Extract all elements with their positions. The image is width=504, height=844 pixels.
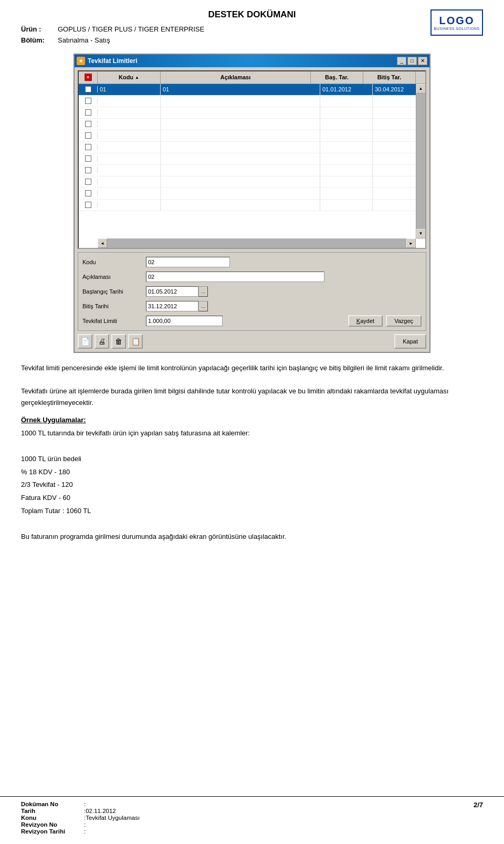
example-item-2: 2/3 Tevkifat - 120 bbox=[21, 478, 483, 492]
form-label-aciklama: Açıklaması bbox=[82, 274, 143, 280]
row-checkbox[interactable] bbox=[85, 121, 91, 127]
scroll-track-h[interactable] bbox=[107, 238, 406, 248]
row-checkbox[interactable] bbox=[85, 132, 91, 139]
row-checkbox[interactable] bbox=[85, 179, 91, 185]
bottom-btn-row: 📄 🖨 🗑 📋 Kapat bbox=[78, 334, 426, 349]
table-row[interactable]: 01 01 01.01.2012 30.04.2012 bbox=[79, 84, 425, 96]
row-checkbox[interactable] bbox=[85, 190, 91, 196]
scroll-down-arrow[interactable]: ▼ bbox=[416, 229, 426, 238]
table-row[interactable] bbox=[79, 188, 425, 200]
example-item-1: % 18 KDV - 180 bbox=[21, 466, 483, 479]
window-body: ✕ Kodu ▲ Açıklaması Baş. Tar. Bitiş Tar. bbox=[75, 67, 429, 352]
table-row[interactable] bbox=[79, 153, 425, 165]
row-checkbox[interactable] bbox=[85, 202, 91, 208]
toolbar-new-button[interactable]: 📄 bbox=[78, 334, 92, 349]
table-row[interactable] bbox=[79, 200, 425, 211]
maximize-button[interactable]: □ bbox=[407, 57, 417, 65]
table-row[interactable] bbox=[79, 165, 425, 176]
window-title-text: Tevkifat Limitleri bbox=[88, 57, 137, 65]
close-button[interactable]: ✕ bbox=[418, 57, 427, 65]
horizontal-scrollbar[interactable]: ◄ ► bbox=[98, 238, 416, 248]
table-row[interactable] bbox=[79, 130, 425, 142]
table-row[interactable] bbox=[79, 142, 425, 153]
footer-tarih-label: Tarih bbox=[21, 808, 84, 814]
header-urun-value: GOPLUS / TIGER PLUS / TIGER ENTERPRISE bbox=[58, 24, 204, 35]
page-title: DESTEK DOKÜMANI bbox=[21, 9, 483, 20]
vazgec-button[interactable]: Vazgeç bbox=[386, 315, 422, 327]
bitis-date-group: … bbox=[146, 301, 209, 311]
toolbar-copy-button[interactable]: 📋 bbox=[128, 334, 143, 349]
scroll-right-arrow[interactable]: ► bbox=[406, 238, 416, 248]
table-row[interactable] bbox=[79, 176, 425, 188]
footer-left: Doküman No : Tarih : 02.11.2012 Konu : T… bbox=[21, 801, 140, 835]
row-checkbox[interactable] bbox=[85, 98, 91, 104]
tevkifat-window: ★ Tevkifat Limitleri _ □ ✕ ✕ Ko bbox=[74, 54, 430, 353]
row-checkbox[interactable] bbox=[85, 86, 91, 92]
form-label-bitis: Bitiş Tarihi bbox=[82, 303, 143, 309]
grid-header-icon-cell: ✕ bbox=[79, 71, 98, 84]
row-checkbox[interactable] bbox=[85, 144, 91, 150]
kodu-input[interactable] bbox=[146, 257, 230, 267]
baslangic-date-input[interactable] bbox=[146, 286, 198, 297]
description-section: Tevkifat limiti penceresinde ekle işlemi… bbox=[21, 362, 483, 409]
footer-row-konu: Konu : Tevkifat Uygulaması bbox=[21, 815, 140, 821]
desc-para1: Tevkifat limiti penceresinde ekle işlemi… bbox=[21, 362, 483, 374]
form-row-kodu: Kodu bbox=[82, 256, 422, 268]
baslangic-date-group: … bbox=[146, 286, 209, 297]
example-title: Örnek Uygulamalar: bbox=[21, 416, 86, 424]
kapat-button[interactable]: Kapat bbox=[394, 334, 426, 349]
row-checkbox[interactable] bbox=[85, 167, 91, 173]
row-checkbox[interactable] bbox=[85, 155, 91, 162]
col-header-bas[interactable]: Baş. Tar. bbox=[311, 71, 363, 84]
toolbar-delete-button[interactable]: 🗑 bbox=[111, 334, 126, 349]
form-row-aciklama: Açıklaması bbox=[82, 270, 422, 283]
footer-revtarih-label: Revizyon Tarihi bbox=[21, 828, 84, 835]
col-header-kodu[interactable]: Kodu ▲ bbox=[98, 71, 161, 84]
aciklama-input[interactable] bbox=[146, 272, 324, 282]
form-label-kodu: Kodu bbox=[82, 259, 143, 265]
header-top: DESTEK DOKÜMANI LOGO BUSINESS SOLUTIONS bbox=[21, 9, 483, 20]
scroll-left-arrow[interactable]: ◄ bbox=[98, 238, 107, 248]
footer-revno-label: Revizyon No bbox=[21, 821, 84, 828]
header-bolum-row: Bölüm: Satınalma - Satış bbox=[21, 35, 483, 46]
footer-page-number: 2/7 bbox=[474, 801, 483, 809]
scroll-track[interactable] bbox=[416, 93, 426, 229]
example-section: Örnek Uygulamalar: 1000 TL tutarında bir… bbox=[21, 414, 483, 544]
cell-kodu: 01 bbox=[98, 84, 161, 95]
example-item-3: Fatura KDV - 60 bbox=[21, 492, 483, 505]
form-row-bitis: Bitiş Tarihi … bbox=[82, 300, 422, 312]
form-label-baslangic: Başlangıç Tarihi bbox=[82, 288, 143, 295]
table-row[interactable] bbox=[79, 96, 425, 107]
footer-revno-sep: : bbox=[84, 821, 86, 828]
footer-row-docno: Doküman No : bbox=[21, 801, 140, 807]
table-row[interactable] bbox=[79, 119, 425, 130]
footer-revtarih-sep: : bbox=[84, 828, 86, 835]
logo: LOGO BUSINESS SOLUTIONS bbox=[430, 9, 483, 36]
minimize-button[interactable]: _ bbox=[397, 57, 406, 65]
grid-rows-container[interactable]: 01 01 01.01.2012 30.04.2012 bbox=[79, 84, 425, 248]
vertical-scrollbar[interactable]: ▲ ▼ bbox=[416, 84, 425, 238]
bitis-date-input[interactable] bbox=[146, 301, 198, 311]
kaydet-button[interactable]: Kaydet bbox=[348, 315, 383, 327]
form-row-baslangic: Başlangıç Tarihi … bbox=[82, 285, 422, 298]
row-checkbox[interactable] bbox=[85, 109, 91, 116]
row-checkbox-cell bbox=[79, 86, 98, 92]
sort-arrow-kodu: ▲ bbox=[135, 75, 139, 80]
bitis-date-button[interactable]: … bbox=[198, 301, 208, 311]
scroll-up-arrow[interactable]: ▲ bbox=[416, 84, 426, 93]
footer-docno-sep: : bbox=[84, 801, 86, 807]
footer-konu-value: Tevkifat Uygulaması bbox=[86, 815, 140, 821]
grid-icon: ✕ bbox=[85, 74, 92, 81]
window-titlebar: ★ Tevkifat Limitleri _ □ ✕ bbox=[75, 55, 429, 67]
desc-para2: Tevkifatlı ürüne ait işlemlerde burada g… bbox=[21, 385, 483, 409]
footer: Doküman No : Tarih : 02.11.2012 Konu : T… bbox=[0, 796, 504, 835]
col-header-bitis[interactable]: Bitiş Tar. bbox=[363, 71, 416, 84]
baslangic-date-button[interactable]: … bbox=[198, 286, 208, 297]
footer-row-revtarih: Revizyon Tarihi : bbox=[21, 828, 140, 835]
limit-input[interactable] bbox=[146, 316, 223, 326]
table-row[interactable] bbox=[79, 107, 425, 119]
footer-tarih-value: 02.11.2012 bbox=[86, 808, 116, 814]
logo-text: LOGO bbox=[439, 15, 475, 27]
col-header-aciklama[interactable]: Açıklaması bbox=[161, 71, 311, 84]
toolbar-print-button[interactable]: 🖨 bbox=[94, 334, 109, 349]
